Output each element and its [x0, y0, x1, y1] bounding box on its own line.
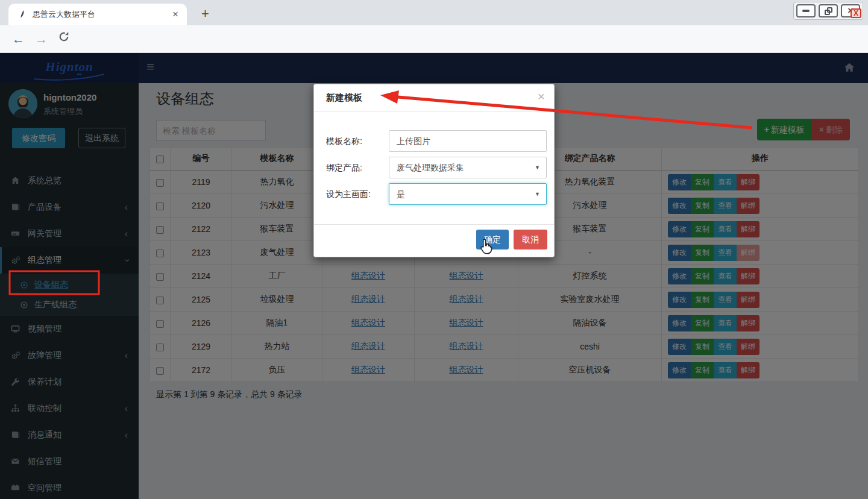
caret-down-icon: ▼	[535, 165, 540, 171]
window-restore-button[interactable]	[819, 4, 838, 17]
browser-tab[interactable]: 思普云大数据平台 ×	[8, 4, 187, 25]
template-name-input[interactable]: 上传图片	[389, 130, 547, 152]
field-row-bind-product: 绑定产品: 废气处理数据采集 ▼	[314, 157, 554, 178]
reload-icon[interactable]	[58, 31, 70, 46]
field-row-template-name: 模板名称: 上传图片	[314, 130, 554, 152]
window-minimize-button[interactable]	[796, 4, 816, 17]
modal-close-icon[interactable]: ×	[538, 89, 545, 104]
field-label: 模板名称:	[326, 130, 362, 152]
new-template-modal: 新建模板 × 模板名称: 上传图片 绑定产品: 废气处理数据采集 ▼ 设为主画面…	[313, 84, 555, 257]
back-button[interactable]: ←	[12, 32, 25, 46]
new-tab-button[interactable]: +	[197, 5, 214, 23]
site-favicon-icon	[18, 10, 28, 19]
browser-window: 思普云大数据平台 × + ×X ← → 不安全 | iot.idosp.net/…	[0, 0, 868, 499]
field-label: 设为主画面:	[326, 183, 371, 205]
bind-product-select[interactable]: 废气处理数据采集 ▼	[389, 157, 547, 178]
forward-button[interactable]: →	[35, 32, 48, 46]
main-screen-select[interactable]: 是 ▼	[389, 183, 547, 205]
browser-tab-strip: 思普云大数据平台 × + ×X	[0, 0, 868, 25]
field-label: 绑定产品:	[326, 157, 362, 178]
close-highlight-icon: X	[851, 8, 861, 18]
confirm-button[interactable]: 确定	[476, 230, 509, 250]
tab-title: 思普云大数据平台	[33, 9, 170, 20]
minimize-icon	[802, 10, 810, 12]
field-row-main-screen: 设为主画面: 是 ▼	[314, 183, 554, 205]
cancel-button[interactable]: 取消	[514, 230, 547, 250]
modal-header: 新建模板 ×	[314, 84, 554, 112]
window-controls: ×X	[793, 2, 863, 20]
tab-close-icon[interactable]: ×	[170, 8, 181, 20]
caret-down-icon: ▼	[535, 191, 540, 197]
modal-title: 新建模板	[326, 92, 362, 104]
browser-toolbar: ← → 不安全 | iot.idosp.net/admin/index.html…	[0, 25, 868, 53]
modal-footer: 确定 取消	[314, 224, 554, 258]
window-close-button[interactable]: ×X	[841, 4, 860, 17]
